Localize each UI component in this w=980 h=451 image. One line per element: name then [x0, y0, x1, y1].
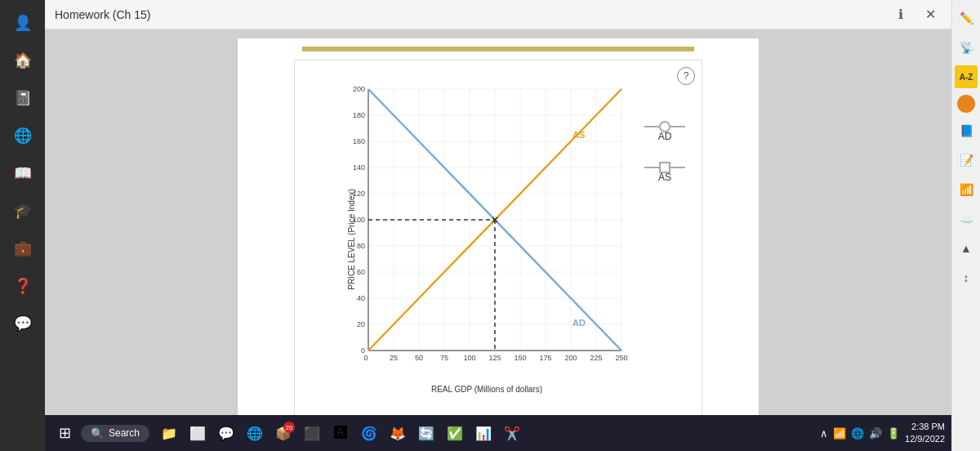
- notepad-icon[interactable]: 📝: [955, 149, 978, 172]
- az-icon[interactable]: A-Z: [955, 65, 978, 88]
- sound-icon[interactable]: 🔊: [869, 427, 882, 440]
- briefcase-icon[interactable]: 💼: [7, 232, 39, 265]
- main-content: Homework (Ch 15) ℹ ✕ ? PRICE LEVEL (Pric…: [45, 0, 951, 451]
- task-view-icon[interactable]: ⬜: [185, 420, 211, 446]
- page-area: ? PRICE LEVEL (Price Index): [45, 29, 951, 415]
- signal-icon[interactable]: 📶: [955, 178, 978, 201]
- antivirus-icon[interactable]: ✅: [442, 420, 468, 446]
- svg-text:140: 140: [353, 163, 365, 172]
- powerpoint-icon[interactable]: 📊: [470, 420, 497, 446]
- svg-text:AS: AS: [572, 130, 585, 140]
- legend-area: AD AS: [644, 126, 685, 183]
- svg-text:50: 50: [415, 354, 423, 362]
- svg-text:0: 0: [361, 346, 365, 355]
- help-circle-icon[interactable]: ❓: [7, 270, 39, 302]
- svg-text:20: 20: [357, 320, 365, 328]
- document: ? PRICE LEVEL (Price Index): [237, 38, 760, 415]
- vpn-icon[interactable]: 🔄: [413, 420, 439, 446]
- gdrive-icon[interactable]: ▲: [955, 237, 978, 260]
- legend-ad-label: AD: [658, 131, 672, 142]
- close-button[interactable]: ✕: [919, 3, 942, 26]
- left-sidebar: 👤 🏠 📓 🌐 📖 🎓 💼 ❓ 💬: [0, 0, 45, 451]
- taskbar: ⊞ 🔍 Search 📁 ⬜ 💬 🌐 📦 20 ⬛ 🅰 🌀 🦊 🔄 ✅ 📊 ✂️: [45, 415, 951, 451]
- svg-text:160: 160: [353, 137, 365, 145]
- file-explorer-icon[interactable]: 📁: [156, 420, 182, 446]
- network-icon[interactable]: 🌐: [851, 427, 864, 440]
- title-bar-right: ℹ ✕: [889, 3, 942, 26]
- date-display: 12/9/2022: [905, 433, 945, 445]
- taskbar-left: ⊞: [51, 420, 78, 446]
- svg-text:200: 200: [353, 85, 365, 93]
- notebook-icon[interactable]: 📓: [7, 82, 39, 114]
- svg-text:25: 25: [390, 354, 398, 362]
- right-toolbar: ✏️ 📡 A-Z 📘 📝 📶 ☁️ ▲ ↕: [951, 0, 980, 451]
- time-display: 2:38 PM: [905, 421, 945, 433]
- svg-text:180: 180: [353, 111, 365, 119]
- notification-count: 20: [283, 422, 295, 433]
- search-icon: 🔍: [91, 427, 104, 440]
- home-icon[interactable]: 🏠: [7, 44, 39, 77]
- amazon-icon[interactable]: 🅰: [327, 420, 354, 446]
- svg-text:AD: AD: [572, 318, 586, 328]
- svg-text:100: 100: [353, 216, 365, 224]
- rss-icon[interactable]: 📡: [955, 36, 978, 59]
- clock[interactable]: 2:38 PM 12/9/2022: [905, 421, 945, 446]
- chart-help-button[interactable]: ?: [677, 67, 695, 85]
- edge-icon[interactable]: 🌐: [242, 420, 268, 446]
- wifi-status-icon[interactable]: 📶: [833, 427, 846, 440]
- taskbar-search[interactable]: 🔍 Search: [81, 425, 149, 442]
- legend-ad-line: [644, 126, 685, 127]
- svg-text:0: 0: [363, 354, 368, 362]
- chart-inner: .grid { stroke: #e0e0e0; stroke-width: 0…: [344, 73, 630, 367]
- pencil-icon[interactable]: ✏️: [955, 7, 978, 29]
- windows-start-button[interactable]: ⊞: [51, 420, 78, 446]
- svg-text:40: 40: [357, 294, 365, 302]
- chart-container: ? PRICE LEVEL (Price Index): [294, 60, 702, 415]
- title-bar: Homework (Ch 15) ℹ ✕: [45, 0, 951, 29]
- window-title: Homework (Ch 15): [55, 8, 150, 21]
- svg-text:150: 150: [514, 354, 526, 362]
- teams-icon[interactable]: 💬: [213, 420, 239, 446]
- book-icon[interactable]: 📖: [7, 157, 39, 190]
- globe-icon[interactable]: 🌐: [7, 119, 39, 152]
- chat-icon[interactable]: 💬: [7, 307, 39, 340]
- svg-text:125: 125: [488, 354, 501, 362]
- orange-circle-icon[interactable]: [957, 95, 975, 113]
- svg-text:60: 60: [357, 268, 365, 276]
- svg-text:175: 175: [539, 354, 551, 362]
- gold-bar: [302, 47, 694, 51]
- firefox-icon[interactable]: 🦊: [385, 420, 411, 446]
- search-label[interactable]: Search: [109, 427, 140, 439]
- graduation-icon[interactable]: 🎓: [7, 194, 39, 227]
- svg-text:80: 80: [357, 242, 365, 250]
- chevron-up-icon[interactable]: ∧: [820, 427, 828, 440]
- cloud2-icon[interactable]: ☁️: [955, 208, 978, 230]
- svg-text:200: 200: [564, 354, 577, 362]
- taskbar-right: ∧ 📶 🌐 🔊 🔋 2:38 PM 12/9/2022: [820, 421, 945, 446]
- legend-ad-item: AD: [644, 126, 685, 142]
- svg-text:250: 250: [615, 354, 627, 362]
- chrome-icon[interactable]: 🌀: [356, 420, 382, 446]
- info-button[interactable]: ℹ: [889, 3, 912, 26]
- svg-text:75: 75: [440, 354, 448, 362]
- taskbar-app-icons: 📁 ⬜ 💬 🌐 📦 20 ⬛ 🅰 🌀 🦊 🔄 ✅ 📊 ✂️: [156, 420, 525, 446]
- svg-text:100: 100: [463, 354, 475, 362]
- legend-as-line: [644, 167, 685, 168]
- x-axis-label: REAL GDP (Millions of dollars): [344, 385, 630, 394]
- battery-icon[interactable]: 🔋: [887, 427, 900, 440]
- legend-as-label: AS: [658, 172, 671, 183]
- notification-badge-icon[interactable]: 📦 20: [270, 420, 296, 446]
- snip-icon[interactable]: ✂️: [499, 420, 525, 446]
- chart-svg: .grid { stroke: #e0e0e0; stroke-width: 0…: [344, 73, 630, 367]
- blue-book-icon[interactable]: 📘: [955, 119, 978, 142]
- svg-text:120: 120: [353, 190, 365, 198]
- title-bar-left: Homework (Ch 15): [55, 8, 150, 21]
- legend-as-item: AS: [644, 167, 685, 183]
- profile-icon[interactable]: 👤: [7, 7, 39, 39]
- scroll-down-icon[interactable]: ↕: [955, 266, 978, 289]
- apps-icon[interactable]: ⬛: [299, 420, 325, 446]
- svg-text:225: 225: [590, 354, 602, 362]
